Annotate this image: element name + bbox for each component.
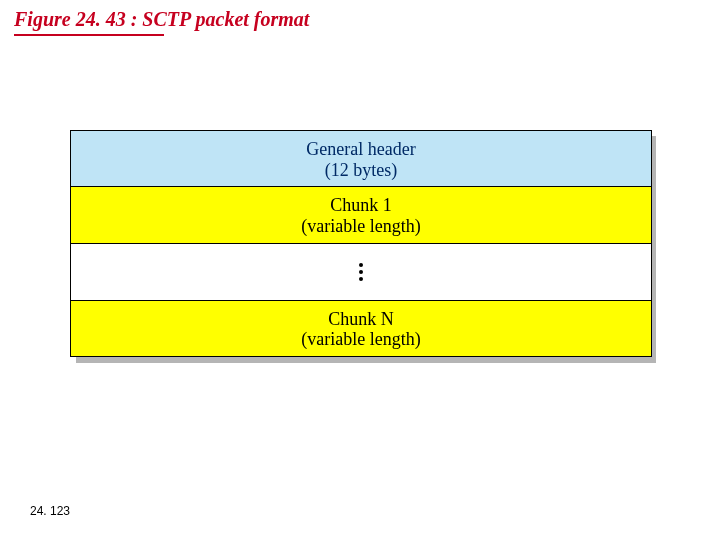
chunk1-line1: Chunk 1	[75, 195, 647, 216]
figure-name: SCTP packet format	[142, 8, 309, 30]
figure-label: Figure 24. 43	[14, 8, 126, 30]
chunkN-line2: (variable length)	[75, 329, 647, 350]
packet-diagram: General header (12 bytes) Chunk 1 (varia…	[70, 130, 650, 357]
header-line2: (12 bytes)	[75, 160, 647, 181]
title-underline	[14, 34, 164, 36]
figure-sep: :	[126, 8, 143, 30]
page-number: 24. 123	[30, 504, 70, 518]
chunk1-line2: (variable length)	[75, 216, 647, 237]
ellipsis-dot-icon	[359, 277, 363, 281]
ellipsis-dot-icon	[359, 270, 363, 274]
header-line1: General header	[75, 139, 647, 160]
row-general-header: General header (12 bytes)	[71, 131, 651, 187]
figure-title: Figure 24. 43 : SCTP packet format	[14, 8, 309, 31]
row-chunk-n: Chunk N (variable length)	[71, 301, 651, 356]
ellipsis-dot-icon	[359, 263, 363, 267]
packet-box: General header (12 bytes) Chunk 1 (varia…	[70, 130, 652, 357]
slide: Figure 24. 43 : SCTP packet format Gener…	[0, 0, 720, 540]
row-ellipsis	[71, 244, 651, 301]
row-chunk-1: Chunk 1 (variable length)	[71, 187, 651, 243]
chunkN-line1: Chunk N	[75, 309, 647, 330]
